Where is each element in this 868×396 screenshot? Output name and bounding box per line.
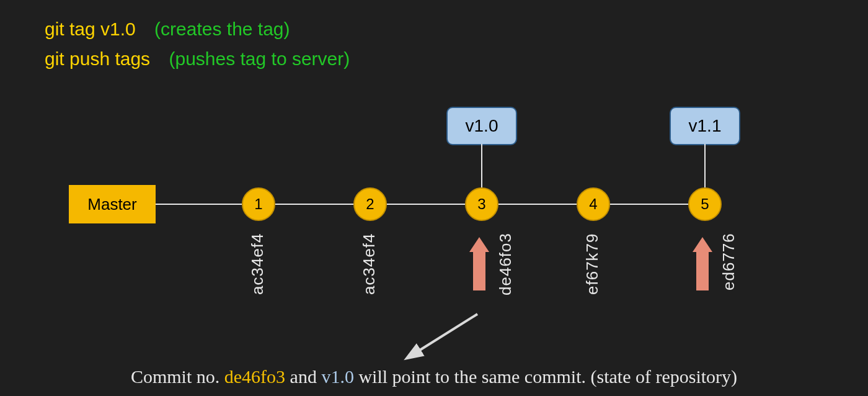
tag-label-v1-0: v1.0 bbox=[466, 116, 498, 136]
commit-node-2: 2 bbox=[353, 187, 387, 221]
branch-label: Master bbox=[87, 195, 136, 214]
commit-hash-3: de46fo3 bbox=[496, 233, 515, 313]
commit-number-1: 1 bbox=[254, 196, 262, 213]
footer-text-pre: Commit no. bbox=[131, 366, 224, 387]
footer-text-post: will point to the same commit. (state of… bbox=[354, 366, 737, 387]
branch-label-box: Master bbox=[69, 185, 156, 223]
commit-number-5: 5 bbox=[701, 196, 709, 213]
tag-connector-2 bbox=[704, 144, 706, 187]
footer-hash: de46fo3 bbox=[224, 366, 285, 387]
callout-arrow-icon bbox=[397, 309, 490, 371]
commit-number-2: 2 bbox=[366, 196, 374, 213]
commit-hash-2: ac34ef4 bbox=[360, 233, 379, 313]
command-2-text: git push tags bbox=[45, 48, 150, 69]
command-2-desc: (pushes tag to server) bbox=[169, 48, 350, 69]
tag-box-v1-1: v1.1 bbox=[670, 107, 740, 145]
arrow-head-icon bbox=[469, 237, 489, 252]
tag-label-v1-1: v1.1 bbox=[689, 116, 722, 136]
command-row-2: git push tags (pushes tag to server) bbox=[45, 48, 350, 70]
command-row-1: git tag v1.0 (creates the tag) bbox=[45, 19, 290, 40]
arrow-head-icon bbox=[693, 237, 712, 252]
arrow-shaft-icon bbox=[473, 252, 485, 290]
commit-hash-1: ac34ef4 bbox=[248, 233, 267, 313]
commit-number-4: 4 bbox=[589, 196, 597, 213]
command-1-text: git tag v1.0 bbox=[45, 19, 136, 39]
up-arrow-commit-5 bbox=[694, 237, 711, 292]
commit-number-3: 3 bbox=[477, 196, 485, 213]
up-arrow-commit-3 bbox=[471, 237, 487, 292]
footer-text-mid: and bbox=[285, 366, 321, 387]
svg-line-0 bbox=[408, 314, 477, 358]
arrow-shaft-icon bbox=[696, 252, 709, 290]
tag-connector-1 bbox=[481, 144, 482, 187]
commit-node-3: 3 bbox=[465, 187, 498, 221]
commit-hash-5: ed6776 bbox=[719, 233, 738, 313]
command-1-desc: (creates the tag) bbox=[154, 19, 290, 39]
commit-node-5: 5 bbox=[688, 187, 722, 221]
footer-caption: Commit no. de46fo3 and v1.0 will point t… bbox=[0, 366, 868, 387]
commit-node-1: 1 bbox=[242, 187, 275, 221]
diagram-canvas: git tag v1.0 (creates the tag) git push … bbox=[0, 0, 868, 396]
commit-hash-4: ef67k79 bbox=[583, 233, 602, 313]
commit-node-4: 4 bbox=[577, 187, 610, 221]
footer-tag: v1.0 bbox=[321, 366, 354, 387]
tag-box-v1-0: v1.0 bbox=[446, 107, 517, 145]
